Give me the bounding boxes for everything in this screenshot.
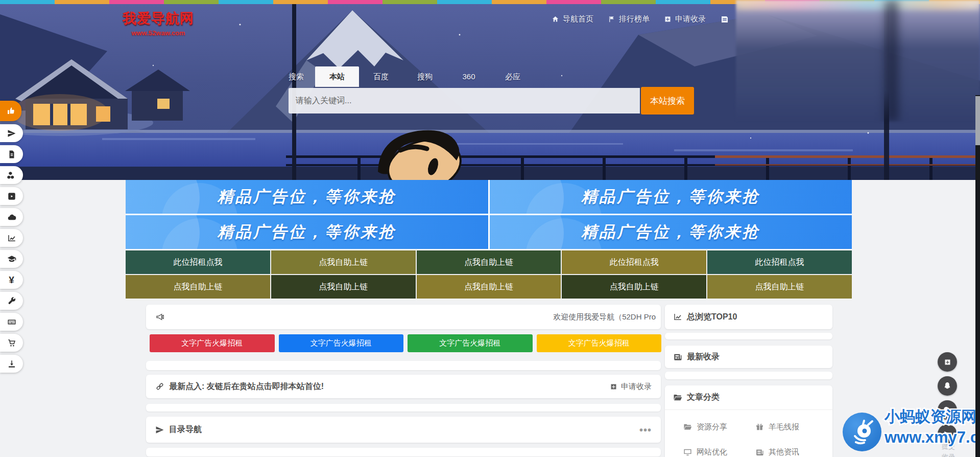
- latest-inlinks-card: 最新点入: 友链后在贵站点击即排本站首位! 申请收录: [146, 375, 661, 398]
- link-slot[interactable]: 此位招租点我: [562, 250, 706, 274]
- megaphone-icon: [155, 312, 164, 322]
- tab-this-site[interactable]: 本站: [315, 66, 359, 87]
- tab-bing[interactable]: 必应: [491, 66, 535, 87]
- rail-tools-button[interactable]: [0, 292, 23, 310]
- text-ad-button[interactable]: 文字广告火爆招租: [150, 334, 275, 352]
- float-send-button[interactable]: [938, 424, 957, 444]
- link-slot[interactable]: 点我自助上链: [271, 275, 416, 299]
- display-icon: [683, 448, 692, 456]
- category-news[interactable]: 其他资讯: [755, 447, 827, 457]
- rail-shop-button[interactable]: [0, 334, 23, 352]
- float-wechat-button[interactable]: [938, 400, 957, 420]
- thumbs-up-icon: [6, 106, 15, 116]
- link-icon: [155, 382, 164, 391]
- watermark-site-name: 小蚂蚁资源网: [885, 406, 980, 427]
- link-slot[interactable]: 点我自助上链: [417, 250, 561, 274]
- submit-inclusion-label[interactable]: 提交收录: [941, 442, 955, 457]
- top-navigation: 导航首页 排行榜单 申请收录: [552, 14, 756, 24]
- search-button[interactable]: 本站搜索: [641, 87, 694, 115]
- category-resources[interactable]: 资源分享: [683, 422, 755, 432]
- apply-inclusion-button[interactable]: 申请收录: [610, 382, 652, 392]
- file-icon: [7, 150, 16, 159]
- ad-banner[interactable]: 精品广告位，等你来抢: [490, 215, 852, 249]
- lamp-pole-right: [884, 4, 889, 180]
- wechat-icon: [943, 405, 952, 415]
- gift-icon: [755, 423, 764, 431]
- notice-marquee: 欢迎使用我爱导航（52DH Pro: [553, 312, 656, 322]
- search-input[interactable]: [289, 88, 640, 113]
- left-quick-rail: ¥: [0, 101, 26, 373]
- ad-banner-text: 精品广告位，等你来抢: [581, 186, 760, 208]
- search-engine-tabs: 搜索 本站 百度 搜狗 360 必应: [289, 66, 535, 87]
- rail-docs-button[interactable]: [0, 145, 23, 163]
- rail-video-button[interactable]: [0, 187, 23, 205]
- category-seo[interactable]: 网站优化: [683, 447, 755, 457]
- rail-cloud-button[interactable]: [0, 208, 23, 226]
- tab-360[interactable]: 360: [447, 66, 491, 87]
- plus-square-icon: [664, 15, 672, 23]
- ant-logo: [843, 413, 881, 451]
- notice-card: 欢迎使用我爱导航（52DH Pro: [146, 305, 661, 329]
- latest-included-card: 最新收录: [665, 346, 832, 368]
- nav-articles[interactable]: [720, 14, 733, 24]
- search-tabs-label: 搜索: [289, 66, 315, 87]
- plus-square-icon: [610, 383, 617, 391]
- nav-apply[interactable]: 申请收录: [664, 14, 706, 24]
- top10-title: 总浏览TOP10: [687, 312, 737, 323]
- rail-send-button[interactable]: [0, 124, 23, 142]
- site-logo[interactable]: 我爱导航网 www.52waw.com: [123, 9, 194, 37]
- text-ad-button[interactable]: 文字广告火爆招租: [537, 334, 662, 352]
- directory-nav-card: 目录导航 •••: [146, 417, 661, 443]
- ad-banner-text: 精品广告位，等你来抢: [581, 221, 760, 243]
- qq-icon: [943, 381, 952, 391]
- latest-included-title: 最新收录: [687, 352, 720, 362]
- float-add-button[interactable]: [938, 352, 957, 372]
- category-label: 网站优化: [697, 447, 727, 457]
- text-ad-button[interactable]: 文字广告火爆招租: [279, 334, 404, 352]
- nav-rankings[interactable]: 排行榜单: [608, 14, 650, 24]
- ad-banner-grid: 精品广告位，等你来抢 精品广告位，等你来抢 精品广告位，等你来抢 精品广告位，等…: [126, 180, 852, 249]
- text-ad-button[interactable]: 文字广告火爆招租: [408, 334, 533, 352]
- scrollbar-thumb[interactable]: [975, 96, 980, 145]
- ad-banner[interactable]: 精品广告位，等你来抢: [126, 215, 488, 249]
- text-ad-row: 文字广告火爆招租 文字广告火爆招租 文字广告火爆招租 文字广告火爆招租: [150, 334, 661, 352]
- link-slot[interactable]: 此位招租点我: [126, 250, 270, 274]
- tab-sogou[interactable]: 搜狗: [403, 66, 447, 87]
- rail-like-button[interactable]: [0, 101, 21, 121]
- tab-baidu[interactable]: 百度: [359, 66, 403, 87]
- link-slot[interactable]: 点我自助上链: [126, 275, 270, 299]
- search-bar: 本站搜索: [289, 87, 694, 115]
- friend-link-grid: 此位招租点我 点我自助上链 点我自助上链 此位招租点我 此位招租点我 点我自助上…: [126, 250, 852, 299]
- book-icon: [720, 15, 729, 24]
- ad-banner[interactable]: 精品广告位，等你来抢: [126, 180, 488, 214]
- chart-line-icon: [7, 234, 16, 243]
- rail-typing-button[interactable]: [0, 313, 23, 331]
- empty-card-strip: [146, 448, 661, 456]
- latest-inlinks-text: 最新点入: 友链后在贵站点击即排本站首位!: [169, 381, 324, 392]
- link-slot[interactable]: 点我自助上链: [562, 275, 706, 299]
- link-slot[interactable]: 点我自助上链: [271, 250, 416, 274]
- site-title: 我爱导航网: [123, 9, 194, 28]
- link-slot[interactable]: 此位招租点我: [707, 250, 852, 274]
- category-label: 其他资讯: [769, 447, 799, 457]
- link-slot[interactable]: 点我自助上链: [417, 275, 561, 299]
- float-qq-button[interactable]: [938, 376, 957, 396]
- rail-apps-button[interactable]: [0, 166, 23, 184]
- rail-money-button[interactable]: ¥: [0, 271, 23, 289]
- category-deals[interactable]: 羊毛线报: [755, 422, 827, 432]
- nav-home[interactable]: 导航首页: [552, 14, 593, 24]
- paper-plane-icon: [7, 129, 16, 138]
- ad-banner[interactable]: 精品广告位，等你来抢: [490, 180, 852, 214]
- category-label: 羊毛线报: [769, 422, 799, 432]
- watermark: 小蚂蚁资源网 www.xmy7.com: [843, 406, 980, 451]
- rail-download-button[interactable]: [0, 355, 23, 373]
- site-url: www.52waw.com: [123, 29, 194, 37]
- watermark-site-url: www.xmy7.com: [885, 428, 980, 447]
- scrollbar-track[interactable]: [975, 95, 980, 457]
- rainbow-top-stripe: [0, 0, 980, 4]
- paper-plane-icon: [155, 425, 164, 435]
- cloud-icon: [7, 213, 16, 222]
- rail-study-button[interactable]: [0, 250, 23, 268]
- rail-stats-button[interactable]: [0, 229, 23, 247]
- link-slot[interactable]: 点我自助上链: [707, 275, 852, 299]
